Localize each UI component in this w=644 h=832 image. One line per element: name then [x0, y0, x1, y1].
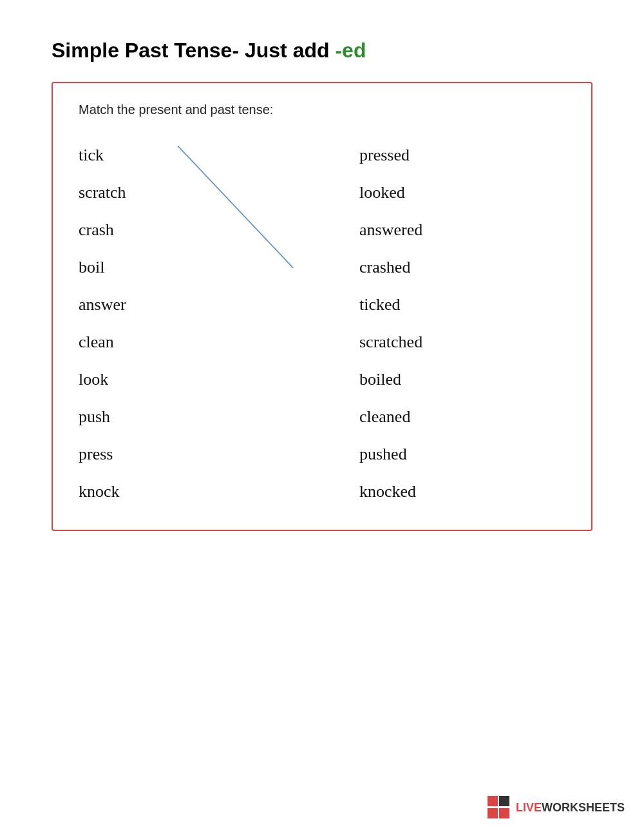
page-title: Simple Past Tense- Just add -ed: [52, 39, 592, 63]
list-item[interactable]: answered: [359, 211, 565, 249]
title-prefix: Simple Past Tense- Just add: [52, 39, 335, 62]
logo-square-red-1: [488, 796, 498, 806]
list-item[interactable]: tick: [79, 137, 285, 174]
list-item[interactable]: push: [79, 398, 285, 436]
list-item[interactable]: look: [79, 361, 285, 398]
list-item[interactable]: scratched: [359, 324, 565, 361]
logo-worksheets: WORKSHEETS: [542, 801, 625, 814]
exercise-box: Match the present and past tense: tick s…: [52, 82, 592, 531]
list-item[interactable]: clean: [79, 324, 285, 361]
list-item[interactable]: press: [79, 436, 285, 473]
logo-square-red-2: [488, 808, 498, 818]
list-item[interactable]: cleaned: [359, 398, 565, 436]
list-item[interactable]: pressed: [359, 137, 565, 174]
logo-live: LIVE: [516, 801, 542, 814]
list-item[interactable]: crash: [79, 211, 285, 249]
list-item[interactable]: boiled: [359, 361, 565, 398]
instruction-text: Match the present and past tense:: [79, 102, 565, 117]
page-container: Simple Past Tense- Just add -ed Match th…: [0, 0, 644, 832]
title-suffix: -ed: [335, 39, 366, 62]
list-item[interactable]: looked: [359, 174, 565, 211]
left-column: tick scratch crash boil answer clean loo…: [79, 137, 285, 510]
list-item[interactable]: boil: [79, 249, 285, 286]
list-item[interactable]: scratch: [79, 174, 285, 211]
logo-icon: [488, 796, 511, 819]
list-item[interactable]: pushed: [359, 436, 565, 473]
list-item[interactable]: crashed: [359, 249, 565, 286]
logo-square-dark-1: [499, 796, 509, 806]
words-container: tick scratch crash boil answer clean loo…: [79, 137, 565, 510]
liveworksheets-logo: LIVEWORKSHEETS: [488, 796, 625, 819]
list-item[interactable]: answer: [79, 286, 285, 324]
list-item[interactable]: knocked: [359, 473, 565, 510]
list-item[interactable]: ticked: [359, 286, 565, 324]
list-item[interactable]: knock: [79, 473, 285, 510]
right-column: pressed looked answered crashed ticked s…: [359, 137, 565, 510]
logo-square-red-3: [499, 808, 509, 818]
logo-text: LIVEWORKSHEETS: [516, 801, 625, 815]
